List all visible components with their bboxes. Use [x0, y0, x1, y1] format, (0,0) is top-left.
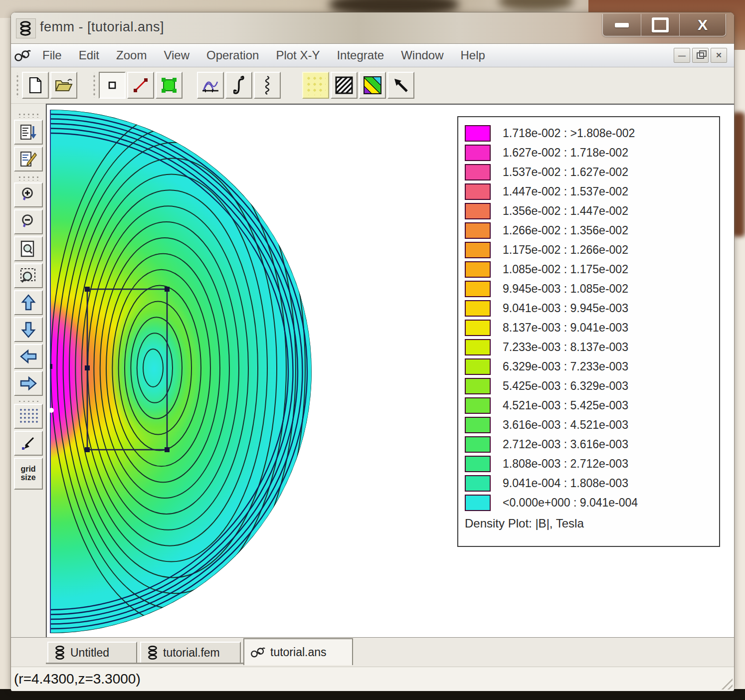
legend-range-label: 9.945e-003 : 1.085e-002 [503, 282, 628, 296]
menu-operation[interactable]: Operation [198, 45, 267, 65]
down-arrow-icon [21, 321, 36, 338]
zoom-window-button[interactable] [14, 263, 43, 288]
block-mode-icon [161, 77, 178, 94]
vector-plot-button[interactable] [387, 72, 414, 99]
legend-color-swatch [465, 164, 491, 180]
legend-color-swatch [465, 261, 491, 278]
legend-color-swatch [465, 300, 491, 317]
title-bar[interactable]: femm - [tutorial.ans] X [11, 12, 734, 44]
zoom-window-icon [19, 267, 37, 284]
contour-mode-button[interactable] [127, 72, 154, 99]
snap-to-grid-button[interactable] [14, 431, 43, 456]
pan-right-button[interactable] [14, 371, 43, 396]
pan-left-button[interactable] [14, 344, 43, 369]
zoom-natural-icon [20, 240, 37, 257]
legend-row: 1.627e-002 : 1.718e-002 [458, 143, 719, 163]
plot-canvas[interactable]: 1.718e-002 : >1.808e-0021.627e-002 : 1.7… [46, 104, 734, 637]
legend-color-swatch [465, 339, 491, 355]
legend-row: 1.266e-002 : 1.356e-002 [458, 221, 719, 240]
legend-color-swatch [465, 320, 491, 336]
point-mode-button[interactable] [99, 72, 126, 99]
menu-edit[interactable]: Edit [70, 45, 108, 65]
up-arrow-icon [21, 294, 36, 311]
legend-caption: Density Plot: |B|, Tesla [465, 517, 719, 530]
show-mesh-button[interactable] [331, 72, 358, 99]
tab-untitled[interactable]: Untitled [47, 642, 137, 664]
legend-range-label: 1.718e-002 : >1.808e-002 [503, 127, 635, 140]
mdi-restore-button[interactable] [692, 48, 709, 63]
legend-color-swatch [465, 281, 491, 297]
open-file-button[interactable] [50, 72, 77, 99]
grid-size-button[interactable]: grid size [14, 458, 43, 490]
mdi-minimize-button[interactable]: — [674, 48, 690, 63]
show-grid-block-button[interactable] [302, 72, 329, 99]
femm-post-icon[interactable] [11, 48, 34, 62]
edit-document-button[interactable] [14, 147, 43, 172]
legend-color-swatch [465, 378, 491, 394]
edit-document-icon [20, 151, 37, 167]
point-mode-icon [108, 81, 117, 90]
contour-list-button[interactable] [14, 120, 43, 145]
zoom-in-icon [20, 186, 37, 203]
tab-tutorial-fem[interactable]: tutorial.fem [140, 642, 241, 664]
legend-row: 2.712e-003 : 3.616e-003 [458, 435, 719, 454]
minimize-button[interactable] [603, 14, 641, 36]
tab-underline [46, 663, 245, 664]
femm-post-icon [250, 646, 265, 659]
menu-help[interactable]: Help [452, 45, 494, 65]
mdi-close-button[interactable]: ✕ [711, 48, 727, 63]
window-title: femm - [tutorial.ans] [40, 19, 164, 35]
plot-xy-button[interactable] [197, 72, 224, 99]
zoom-in-button[interactable] [14, 182, 43, 207]
axis-node-marker[interactable] [47, 364, 52, 369]
legend-color-swatch [465, 145, 491, 161]
legend-color-swatch [465, 495, 491, 511]
legend-range-label: 1.537e-002 : 1.627e-002 [503, 166, 628, 179]
menu-file[interactable]: File [34, 45, 70, 65]
legend-row: <0.000e+000 : 9.041e-004 [458, 493, 719, 513]
pan-up-button[interactable] [14, 290, 43, 315]
block-mode-button[interactable] [156, 72, 183, 99]
legend-color-swatch [465, 203, 491, 219]
minimize-icon [615, 23, 629, 27]
menu-bar: FileEditZoomViewOperationPlot X-YIntegra… [11, 44, 734, 67]
show-grid-button[interactable] [14, 404, 43, 429]
density-plot-button[interactable] [359, 72, 386, 99]
workspace: grid size [11, 104, 734, 637]
legend-row: 1.356e-002 : 1.447e-002 [458, 201, 719, 221]
legend-row: 8.137e-003 : 9.041e-003 [458, 318, 719, 338]
menu-plot-x-y[interactable]: Plot X-Y [267, 45, 328, 65]
new-file-button[interactable] [22, 72, 49, 99]
grid-icon [19, 408, 38, 425]
zoom-out-button[interactable] [14, 209, 43, 234]
legend-range-label: 8.137e-003 : 9.041e-003 [503, 321, 628, 335]
legend-row: 4.521e-003 : 5.425e-003 [458, 396, 719, 415]
pan-down-button[interactable] [14, 317, 43, 342]
legend-color-swatch [465, 183, 491, 200]
menu-view[interactable]: View [155, 45, 198, 65]
legend-range-label: 1.447e-002 : 1.537e-002 [503, 185, 628, 198]
legend-color-swatch [465, 475, 491, 492]
node-highlight-dot [49, 408, 54, 413]
menu-zoom[interactable]: Zoom [108, 45, 155, 65]
menu-integrate[interactable]: Integrate [328, 45, 392, 65]
legend-range-label: 5.425e-003 : 6.329e-003 [503, 379, 628, 393]
menu-window[interactable]: Window [392, 45, 452, 65]
legend-row: 1.537e-002 : 1.627e-002 [458, 163, 719, 182]
legend-range-label: 1.627e-002 : 1.718e-002 [503, 146, 628, 160]
block-integral-button[interactable] [254, 72, 281, 99]
zoom-natural-button[interactable] [14, 236, 43, 261]
femm-window: femm - [tutorial.ans] X FileEditZoomView… [11, 12, 734, 689]
line-integral-button[interactable] [225, 72, 252, 99]
resize-grip[interactable] [720, 677, 733, 690]
close-button[interactable]: X [680, 14, 726, 36]
tab-tutorial-ans[interactable]: tutorial.ans [243, 638, 353, 665]
legend-range-label: 1.266e-002 : 1.356e-002 [503, 224, 628, 237]
tab-label: tutorial.fem [163, 646, 220, 660]
new-file-icon [28, 77, 43, 94]
main-toolbar [11, 67, 734, 104]
legend-range-label: 4.521e-003 : 5.425e-003 [503, 399, 628, 412]
legend-range-label: 7.233e-003 : 8.137e-003 [503, 341, 628, 354]
maximize-button[interactable] [641, 14, 680, 36]
legend-row: 1.085e-002 : 1.175e-002 [458, 260, 719, 279]
